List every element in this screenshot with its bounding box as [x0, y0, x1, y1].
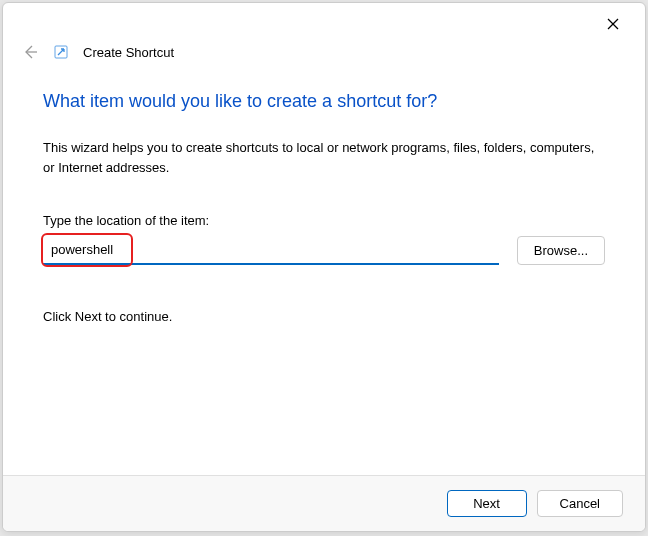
- content-area: What item would you like to create a sho…: [3, 73, 645, 475]
- wizard-heading: What item would you like to create a sho…: [43, 91, 605, 112]
- header-row: Create Shortcut: [3, 39, 645, 73]
- cancel-button[interactable]: Cancel: [537, 490, 623, 517]
- window-title: Create Shortcut: [83, 45, 174, 60]
- close-icon: [607, 18, 619, 30]
- close-button[interactable]: [591, 9, 635, 39]
- location-input[interactable]: [43, 236, 499, 265]
- input-wrapper: [43, 236, 499, 265]
- titlebar: [3, 3, 645, 39]
- back-button[interactable]: [21, 43, 39, 61]
- location-label: Type the location of the item:: [43, 213, 605, 228]
- wizard-window: Create Shortcut What item would you like…: [2, 2, 646, 532]
- next-button[interactable]: Next: [447, 490, 527, 517]
- footer: Next Cancel: [3, 475, 645, 531]
- shortcut-icon: [53, 44, 69, 60]
- continue-instruction: Click Next to continue.: [43, 309, 605, 324]
- wizard-description: This wizard helps you to create shortcut…: [43, 138, 605, 177]
- back-arrow-icon: [21, 43, 39, 61]
- browse-button[interactable]: Browse...: [517, 236, 605, 265]
- input-row: Browse...: [43, 236, 605, 265]
